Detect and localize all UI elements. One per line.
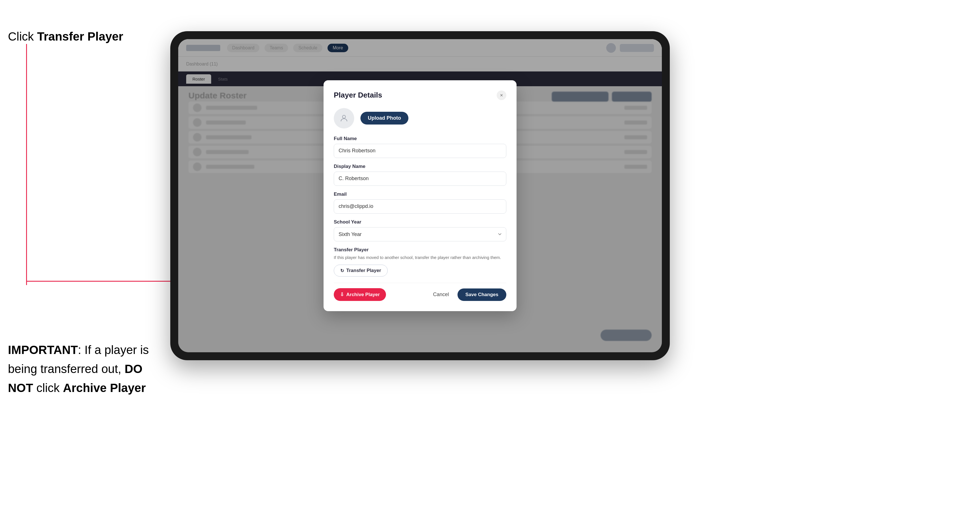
upload-photo-button[interactable]: Upload Photo [360, 112, 409, 124]
svg-point-0 [342, 115, 346, 118]
transfer-player-description: If this player has moved to another scho… [334, 254, 506, 261]
save-changes-button[interactable]: Save Changes [458, 289, 506, 301]
email-label: Email [334, 192, 506, 197]
annotation-vertical-line [26, 44, 27, 285]
full-name-label: Full Name [334, 136, 506, 141]
footer-right-actions: Cancel Save Changes [428, 288, 506, 301]
school-year-select[interactable]: First Year Second Year Third Year Fourth… [334, 227, 506, 241]
instruction-highlight: Transfer Player [37, 30, 124, 43]
modal-overlay: Player Details × Upload Photo Full N [178, 39, 662, 352]
archive-icon: ⇩ [340, 292, 344, 298]
transfer-player-button[interactable]: ↻ Transfer Player [334, 265, 388, 276]
display-name-label: Display Name [334, 163, 506, 169]
email-group: Email [334, 192, 506, 214]
modal-footer: ⇩ Archive Player Cancel Save Changes [334, 283, 506, 301]
modal-header: Player Details × [334, 90, 506, 100]
transfer-player-heading: Transfer Player [334, 247, 506, 253]
modal-close-button[interactable]: × [497, 90, 506, 100]
transfer-icon: ↻ [340, 268, 344, 273]
display-name-group: Display Name [334, 163, 506, 186]
cancel-button[interactable]: Cancel [428, 288, 454, 301]
player-details-modal: Player Details × Upload Photo Full N [323, 80, 517, 311]
transfer-player-section: Transfer Player If this player has moved… [334, 247, 506, 277]
archive-button-label: Archive Player [346, 292, 380, 298]
instruction-top: Click Transfer Player [8, 29, 123, 45]
email-input[interactable] [334, 199, 506, 214]
archive-player-button[interactable]: ⇩ Archive Player [334, 288, 386, 301]
tablet-screen: Dashboard Teams Schedule More Dashboard … [178, 39, 662, 352]
full-name-group: Full Name [334, 136, 506, 158]
transfer-button-label: Transfer Player [346, 268, 381, 273]
instruction-prefix: Click [8, 30, 37, 43]
full-name-input[interactable] [334, 144, 506, 158]
photo-upload-row: Upload Photo [334, 108, 506, 129]
school-year-label: School Year [334, 219, 506, 225]
display-name-input[interactable] [334, 171, 506, 186]
avatar-placeholder [334, 108, 354, 129]
instruction-bottom: IMPORTANT: If a player is being transfer… [8, 340, 156, 398]
modal-title: Player Details [334, 91, 382, 100]
tablet-device: Dashboard Teams Schedule More Dashboard … [170, 31, 670, 360]
school-year-group: School Year First Year Second Year Third… [334, 219, 506, 241]
